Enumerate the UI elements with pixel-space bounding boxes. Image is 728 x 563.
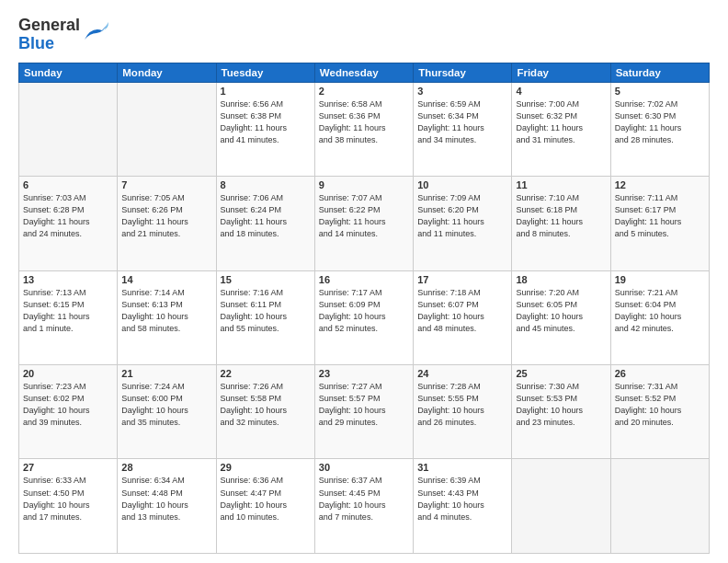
calendar-cell: 3Sunrise: 6:59 AM Sunset: 6:34 PM Daylig…	[414, 82, 512, 176]
day-number: 15	[221, 274, 311, 285]
day-number: 22	[221, 368, 311, 379]
day-number: 18	[516, 274, 606, 285]
day-info: Sunrise: 7:28 AM Sunset: 5:55 PM Dayligh…	[417, 381, 507, 429]
day-number: 24	[417, 368, 507, 379]
calendar-cell: 15Sunrise: 7:16 AM Sunset: 6:11 PM Dayli…	[216, 270, 314, 364]
day-info: Sunrise: 7:23 AM Sunset: 6:02 PM Dayligh…	[23, 381, 113, 429]
day-info: Sunrise: 6:39 AM Sunset: 4:43 PM Dayligh…	[417, 475, 507, 523]
calendar-cell: 5Sunrise: 7:02 AM Sunset: 6:30 PM Daylig…	[610, 82, 709, 176]
calendar-week-row: 1Sunrise: 6:56 AM Sunset: 6:38 PM Daylig…	[19, 82, 710, 176]
day-info: Sunrise: 7:00 AM Sunset: 6:32 PM Dayligh…	[516, 98, 606, 146]
day-info: Sunrise: 7:24 AM Sunset: 6:00 PM Dayligh…	[121, 381, 211, 429]
day-number: 9	[319, 179, 409, 190]
calendar-cell: 8Sunrise: 7:06 AM Sunset: 6:24 PM Daylig…	[216, 177, 314, 270]
calendar-cell: 2Sunrise: 6:58 AM Sunset: 6:36 PM Daylig…	[314, 82, 413, 176]
calendar-week-row: 27Sunrise: 6:33 AM Sunset: 4:50 PM Dayli…	[19, 459, 710, 554]
weekday-header: Sunday	[19, 63, 118, 82]
calendar-cell: 7Sunrise: 7:05 AM Sunset: 6:26 PM Daylig…	[118, 177, 216, 270]
calendar-cell: 18Sunrise: 7:20 AM Sunset: 6:05 PM Dayli…	[512, 270, 610, 364]
day-info: Sunrise: 7:27 AM Sunset: 5:57 PM Dayligh…	[319, 381, 409, 429]
calendar-cell: 11Sunrise: 7:10 AM Sunset: 6:18 PM Dayli…	[512, 177, 610, 270]
day-info: Sunrise: 7:30 AM Sunset: 5:53 PM Dayligh…	[516, 381, 606, 429]
weekday-header: Tuesday	[216, 63, 314, 82]
day-info: Sunrise: 7:20 AM Sunset: 6:05 PM Dayligh…	[516, 287, 606, 335]
day-info: Sunrise: 6:33 AM Sunset: 4:50 PM Dayligh…	[23, 475, 113, 523]
day-number: 31	[417, 462, 507, 473]
calendar-cell	[512, 459, 610, 554]
weekday-header: Saturday	[610, 63, 709, 82]
calendar-cell: 10Sunrise: 7:09 AM Sunset: 6:20 PM Dayli…	[414, 177, 512, 270]
day-info: Sunrise: 7:11 AM Sunset: 6:17 PM Dayligh…	[615, 192, 705, 240]
weekday-header: Monday	[118, 63, 216, 82]
calendar-cell: 25Sunrise: 7:30 AM Sunset: 5:53 PM Dayli…	[512, 365, 610, 459]
calendar-cell: 22Sunrise: 7:26 AM Sunset: 5:58 PM Dayli…	[216, 365, 314, 459]
day-number: 6	[23, 179, 113, 190]
calendar-cell: 31Sunrise: 6:39 AM Sunset: 4:43 PM Dayli…	[414, 459, 512, 554]
day-info: Sunrise: 7:10 AM Sunset: 6:18 PM Dayligh…	[516, 192, 606, 240]
day-number: 27	[23, 462, 113, 473]
calendar-cell: 16Sunrise: 7:17 AM Sunset: 6:09 PM Dayli…	[314, 270, 413, 364]
day-number: 3	[417, 86, 507, 97]
day-info: Sunrise: 6:34 AM Sunset: 4:48 PM Dayligh…	[121, 475, 211, 523]
day-info: Sunrise: 7:03 AM Sunset: 6:28 PM Dayligh…	[23, 192, 113, 240]
logo-bird-icon	[82, 21, 109, 49]
day-info: Sunrise: 7:06 AM Sunset: 6:24 PM Dayligh…	[221, 192, 311, 240]
calendar-cell: 23Sunrise: 7:27 AM Sunset: 5:57 PM Dayli…	[314, 365, 413, 459]
calendar-cell: 26Sunrise: 7:31 AM Sunset: 5:52 PM Dayli…	[610, 365, 709, 459]
day-number: 19	[615, 274, 705, 285]
day-number: 7	[121, 179, 211, 190]
calendar-cell: 27Sunrise: 6:33 AM Sunset: 4:50 PM Dayli…	[19, 459, 118, 554]
calendar-cell: 20Sunrise: 7:23 AM Sunset: 6:02 PM Dayli…	[19, 365, 118, 459]
weekday-header: Thursday	[414, 63, 512, 82]
calendar-table: SundayMondayTuesdayWednesdayThursdayFrid…	[18, 63, 710, 554]
calendar-cell: 4Sunrise: 7:00 AM Sunset: 6:32 PM Daylig…	[512, 82, 610, 176]
day-info: Sunrise: 7:16 AM Sunset: 6:11 PM Dayligh…	[221, 287, 311, 335]
calendar-cell	[610, 459, 709, 554]
weekday-header: Friday	[512, 63, 610, 82]
day-info: Sunrise: 6:37 AM Sunset: 4:45 PM Dayligh…	[319, 475, 409, 523]
page: GeneralBlue SundayMondayTuesdayWednesday…	[0, 0, 728, 563]
calendar-week-row: 6Sunrise: 7:03 AM Sunset: 6:28 PM Daylig…	[19, 177, 710, 270]
day-number: 8	[221, 179, 311, 190]
day-number: 2	[319, 86, 409, 97]
day-number: 11	[516, 179, 606, 190]
day-number: 21	[121, 368, 211, 379]
day-info: Sunrise: 7:17 AM Sunset: 6:09 PM Dayligh…	[319, 287, 409, 335]
calendar-cell: 14Sunrise: 7:14 AM Sunset: 6:13 PM Dayli…	[118, 270, 216, 364]
logo: GeneralBlue	[18, 17, 109, 53]
day-number: 23	[319, 368, 409, 379]
day-info: Sunrise: 7:13 AM Sunset: 6:15 PM Dayligh…	[23, 287, 113, 335]
day-number: 1	[221, 86, 311, 97]
day-number: 25	[516, 368, 606, 379]
day-number: 5	[615, 86, 705, 97]
day-info: Sunrise: 6:56 AM Sunset: 6:38 PM Dayligh…	[221, 98, 311, 146]
calendar-week-row: 13Sunrise: 7:13 AM Sunset: 6:15 PM Dayli…	[19, 270, 710, 364]
day-number: 26	[615, 368, 705, 379]
day-info: Sunrise: 7:02 AM Sunset: 6:30 PM Dayligh…	[615, 98, 705, 146]
header: GeneralBlue	[18, 17, 710, 53]
calendar-cell	[19, 82, 118, 176]
calendar-cell: 6Sunrise: 7:03 AM Sunset: 6:28 PM Daylig…	[19, 177, 118, 270]
day-number: 4	[516, 86, 606, 97]
day-number: 13	[23, 274, 113, 285]
day-number: 16	[319, 274, 409, 285]
calendar-cell: 13Sunrise: 7:13 AM Sunset: 6:15 PM Dayli…	[19, 270, 118, 364]
calendar-cell: 28Sunrise: 6:34 AM Sunset: 4:48 PM Dayli…	[118, 459, 216, 554]
calendar-cell: 24Sunrise: 7:28 AM Sunset: 5:55 PM Dayli…	[414, 365, 512, 459]
day-info: Sunrise: 7:18 AM Sunset: 6:07 PM Dayligh…	[417, 287, 507, 335]
day-info: Sunrise: 6:58 AM Sunset: 6:36 PM Dayligh…	[319, 98, 409, 146]
day-info: Sunrise: 7:14 AM Sunset: 6:13 PM Dayligh…	[121, 287, 211, 335]
calendar-week-row: 20Sunrise: 7:23 AM Sunset: 6:02 PM Dayli…	[19, 365, 710, 459]
day-info: Sunrise: 6:59 AM Sunset: 6:34 PM Dayligh…	[417, 98, 507, 146]
calendar-cell: 9Sunrise: 7:07 AM Sunset: 6:22 PM Daylig…	[314, 177, 413, 270]
day-number: 28	[121, 462, 211, 473]
weekday-header-row: SundayMondayTuesdayWednesdayThursdayFrid…	[19, 63, 710, 82]
day-number: 10	[417, 179, 507, 190]
calendar-cell: 30Sunrise: 6:37 AM Sunset: 4:45 PM Dayli…	[314, 459, 413, 554]
day-info: Sunrise: 7:07 AM Sunset: 6:22 PM Dayligh…	[319, 192, 409, 240]
day-number: 20	[23, 368, 113, 379]
day-number: 14	[121, 274, 211, 285]
day-number: 30	[319, 462, 409, 473]
calendar-cell: 12Sunrise: 7:11 AM Sunset: 6:17 PM Dayli…	[610, 177, 709, 270]
day-number: 17	[417, 274, 507, 285]
